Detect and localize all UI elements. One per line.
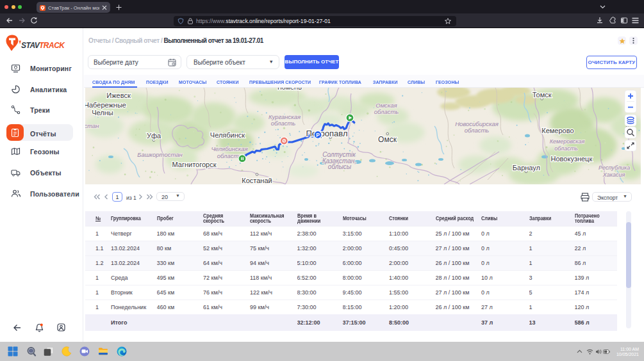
svg-text:Омская: Омская: [376, 102, 397, 109]
svg-text:Уфа: Уфа: [147, 132, 161, 140]
svg-text:Челябинская: Челябинская: [211, 145, 247, 152]
svg-text:Башкортостан: Башкортостан: [137, 151, 183, 158]
svg-text:Томск: Томск: [533, 91, 552, 99]
svg-text:Кемерово: Кемерово: [541, 127, 574, 134]
svg-text:область: область: [554, 145, 578, 152]
svg-text:Челны: Челны: [92, 109, 113, 116]
svg-text:облысы: облысы: [328, 163, 352, 170]
svg-text:Омск: Омск: [378, 135, 397, 144]
svg-text:Челябинск: Челябинск: [210, 131, 245, 139]
svg-text:Кемеровская: Кемеровская: [550, 138, 585, 145]
svg-text:Хакасия: Хакасия: [602, 172, 625, 178]
svg-text:область: область: [374, 108, 399, 115]
svg-text:TRACK: TRACK: [39, 41, 65, 50]
svg-text:стан: стан: [85, 122, 99, 129]
svg-text:область: область: [465, 127, 490, 134]
svg-text:область: область: [271, 120, 296, 127]
svg-text:Набережные: Набережные: [85, 101, 126, 109]
svg-text:Республика: Республика: [599, 164, 630, 171]
svg-text:Барнаул: Барнаул: [513, 164, 540, 172]
svg-text:Тюмень: Тюмень: [276, 88, 302, 91]
svg-text:Магнитогорск: Магнитогорск: [172, 161, 217, 168]
svg-text:P: P: [316, 132, 320, 138]
svg-text:Петропавл: Петропавл: [306, 129, 347, 138]
svg-text:Новокузнецк: Новокузнецк: [551, 155, 593, 163]
svg-text:Ижевск: Ижевск: [106, 92, 131, 99]
svg-text:Костанай: Костанай: [242, 177, 272, 184]
svg-text:STAV: STAV: [21, 41, 40, 50]
